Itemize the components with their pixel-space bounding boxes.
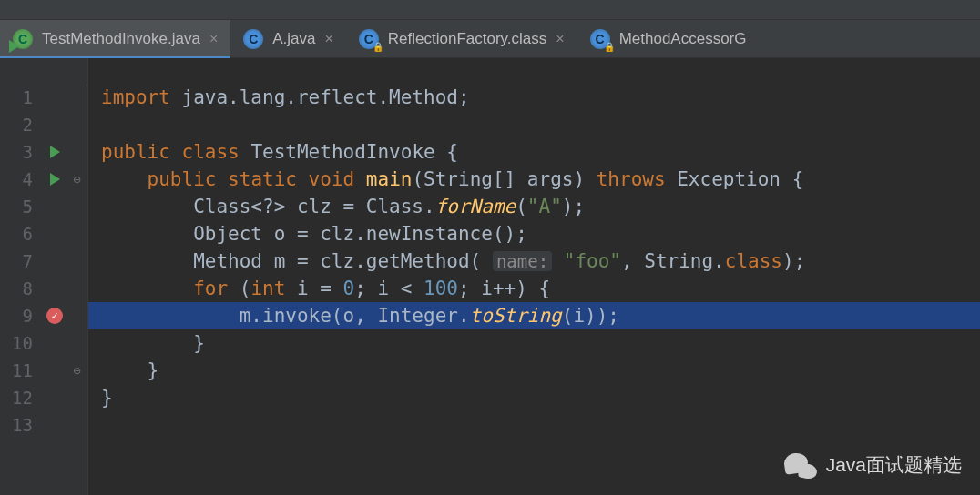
code-line: public static void main(String[] args) t… (88, 166, 980, 193)
code-text: , String. (621, 250, 725, 272)
code-area[interactable]: import java.lang.reflect.Method; public … (88, 58, 980, 495)
code-line: for (int i = 0; i < 100; i++) { (88, 275, 980, 302)
run-icon[interactable] (50, 146, 60, 158)
keyword: public (101, 141, 170, 163)
code-text: (i)); (562, 305, 619, 327)
code-text: i = (285, 278, 342, 299)
close-icon[interactable]: × (209, 31, 218, 47)
code-text: ; i++) { (458, 278, 550, 299)
line-number[interactable]: 2 (0, 111, 42, 138)
code-line: public class TestMethodInvoke { (88, 138, 980, 166)
editor-tab[interactable]: C🔒ReflectionFactory.class× (346, 20, 577, 57)
code-text: m.invoke(o, Integer. (240, 305, 470, 327)
gutter-markers: ✓ (42, 84, 67, 495)
fold-close-icon[interactable]: ⊖ (73, 363, 80, 378)
static-method: toString (470, 305, 562, 327)
class-icon: C🔒 (590, 29, 610, 49)
keyword: int (250, 278, 285, 299)
editor-tab[interactable]: CA.java× (230, 20, 346, 57)
breadcrumb-bar (0, 0, 980, 20)
static-method: forName (435, 196, 516, 217)
code-line: } (88, 384, 980, 411)
line-number[interactable]: 10 (0, 329, 42, 357)
line-numbers: 12345678910111213 (0, 84, 42, 495)
class-icon: C (13, 29, 33, 49)
class-icon: C (243, 29, 263, 49)
editor-tab[interactable]: C🔒MethodAccessorG (577, 20, 760, 57)
code-text: Exception { (666, 168, 804, 190)
run-icon (9, 40, 19, 53)
code-text: ); (782, 250, 805, 272)
lock-icon: 🔒 (373, 43, 382, 52)
code-line: } (88, 329, 980, 357)
lock-icon: 🔒 (604, 43, 613, 52)
code-line (88, 111, 980, 138)
code-text (552, 250, 564, 272)
code-text: } (101, 387, 113, 409)
breakpoint-icon[interactable]: ✓ (46, 308, 63, 324)
fold-markers: ⊖⊖ (67, 84, 87, 495)
method-name: main (366, 168, 413, 190)
line-number[interactable]: 3 (0, 138, 42, 166)
code-text: Object o = clz.newInstance(); (193, 223, 527, 245)
number-literal: 100 (424, 278, 458, 299)
keyword: class (725, 250, 782, 272)
run-icon[interactable] (50, 173, 60, 186)
line-number[interactable]: 11 (0, 357, 42, 384)
code-text: ( (516, 196, 527, 217)
watermark-text: Java面试题精选 (826, 452, 962, 478)
close-icon[interactable]: × (324, 31, 332, 47)
line-number[interactable]: 12 (0, 384, 42, 411)
code-line: } (88, 357, 980, 384)
gutter-marker[interactable] (50, 138, 60, 166)
keyword: void (309, 168, 355, 190)
keyword: throws (597, 168, 666, 190)
code-line (88, 411, 980, 439)
fold-open-icon[interactable]: ⊖ (73, 172, 80, 187)
fold-marker[interactable]: ⊖ (73, 166, 80, 193)
code-text: ; i < (354, 278, 424, 299)
editor: 12345678910111213 ✓ ⊖⊖ import java.lang.… (0, 58, 980, 495)
code-line: Method m = clz.getMethod( name: "foo", S… (88, 248, 980, 275)
code-text: } (148, 359, 159, 381)
fold-marker[interactable]: ⊖ (73, 357, 80, 384)
code-text: ); (562, 196, 585, 217)
line-number[interactable]: 4 (0, 166, 42, 193)
wechat-icon (784, 451, 817, 479)
param-hint: name: (493, 251, 552, 271)
line-number[interactable]: 1 (0, 84, 42, 111)
watermark: Java面试题精选 (784, 451, 962, 479)
code-text: Method m = clz.getMethod( (193, 250, 493, 272)
code-text: } (193, 332, 205, 354)
tab-label: MethodAccessorG (619, 30, 747, 48)
line-number[interactable]: 7 (0, 248, 42, 275)
code-text: TestMethodInvoke { (240, 141, 458, 163)
gutter-marker[interactable] (50, 166, 60, 193)
close-icon[interactable]: × (556, 31, 564, 47)
line-number[interactable]: 8 (0, 275, 42, 302)
keyword: import (101, 86, 170, 108)
keyword: for (193, 278, 228, 299)
code-text: java.lang.reflect.Method; (170, 86, 470, 108)
line-number[interactable]: 6 (0, 220, 42, 248)
keyword: static (228, 168, 297, 190)
gutter-marker[interactable]: ✓ (46, 302, 63, 329)
code-line: Class<?> clz = Class.forName("A"); (88, 193, 980, 220)
code-text: ( (228, 278, 250, 299)
code-line: Object o = clz.newInstance(); (88, 220, 980, 248)
code-line: import java.lang.reflect.Method; (88, 84, 980, 111)
editor-tab[interactable]: CTestMethodInvoke.java× (0, 20, 230, 57)
number-literal: 0 (343, 278, 355, 299)
line-number[interactable]: 13 (0, 411, 42, 439)
line-number[interactable]: 9 (0, 302, 42, 329)
keyword: class (182, 141, 240, 163)
code-text: (String[] args) (412, 168, 596, 190)
line-number[interactable]: 5 (0, 193, 42, 220)
tab-label: ReflectionFactory.class (388, 30, 546, 48)
tab-label: A.java (272, 30, 315, 48)
code-text: Class<?> clz = Class. (193, 196, 435, 217)
class-icon: C🔒 (359, 29, 379, 49)
gutter: 12345678910111213 ✓ ⊖⊖ (0, 58, 88, 495)
tab-label: TestMethodInvoke.java (42, 30, 200, 48)
string-literal: "A" (527, 196, 562, 217)
